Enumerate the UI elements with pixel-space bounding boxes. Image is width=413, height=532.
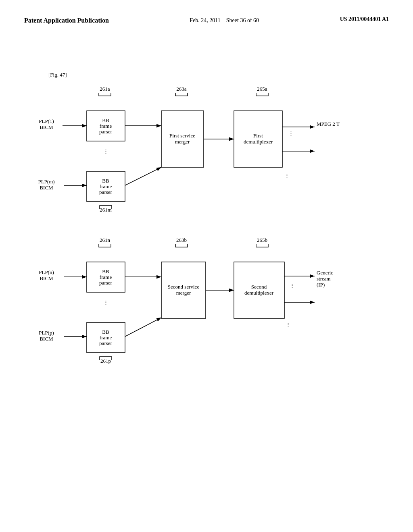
publication-date-sheet: Feb. 24, 2011 Sheet 36 of 60: [190, 16, 259, 25]
page-header: Patent Application Publication Feb. 24, …: [0, 0, 413, 25]
dots-demux2-right: ⋮: [290, 283, 295, 289]
bicmn-label: BICM: [40, 275, 53, 281]
bracket-265b: [256, 244, 268, 247]
box-bb-parser-n-text3: parser: [99, 280, 112, 286]
plpm-label: PLP(m): [38, 179, 54, 185]
arrow-boxp-merger2: [125, 318, 161, 337]
second-demux-text2: demultiplexer: [244, 290, 274, 296]
label-261n: 261n: [100, 237, 111, 243]
box-bb-parser-n-text2: frame: [100, 274, 112, 280]
diagram-area: [Fig. 47] 261a 263a 265a PLP(1) BICM BB …: [24, 64, 389, 509]
dots-right-top: ⋮: [284, 172, 290, 179]
box-bb-parser-p-text1: BB: [102, 329, 109, 335]
patent-diagram: [Fig. 47] 261a 263a 265a PLP(1) BICM BB …: [24, 64, 387, 508]
box-bb-parser-n-text1: BB: [102, 268, 109, 274]
dots-right-bottom: ⋮: [286, 322, 291, 328]
bracket-261n: [99, 244, 111, 247]
dots-top-left: ⋮: [103, 148, 108, 154]
mpeg2t-label: MPEG 2 T: [317, 121, 340, 127]
second-merger-text1: Second service: [168, 284, 200, 290]
label-261m: 261m: [100, 207, 112, 213]
plp1-label: PLP(1): [39, 118, 54, 124]
generic-label2: stream: [317, 276, 331, 282]
bracket-263b: [175, 244, 188, 247]
label-265b: 265b: [257, 237, 267, 243]
plpn-label: PLP(n): [39, 269, 54, 275]
demux-text1: First: [253, 133, 263, 139]
box-bb-parser-m-text1: BB: [102, 178, 109, 184]
label-265a: 265a: [257, 86, 267, 92]
bracket-263a: [175, 93, 188, 96]
generic-label1: Generic: [317, 270, 333, 276]
publication-number: US 2011/0044401 A1: [340, 16, 389, 23]
demux-text2: demultiplexer: [244, 139, 273, 145]
label-261a: 261a: [100, 86, 110, 92]
box-bb-parser-1-text3: parser: [99, 129, 112, 135]
dots-demux-right: ⋮: [288, 130, 294, 136]
box-bb-parser-p-text2: frame: [100, 335, 112, 341]
dots-bottom-left: ⋮: [103, 299, 108, 305]
box-bb-parser-1-text1: BB: [102, 117, 109, 123]
label-263a: 263a: [176, 86, 187, 92]
figure-label: [Fig. 47]: [48, 72, 67, 78]
label-261p: 261p: [100, 358, 111, 364]
box-bb-parser-m-text3: parser: [99, 189, 112, 195]
arrow-boxm-merger: [125, 167, 161, 185]
merger-text2: merger: [175, 139, 190, 145]
bracket-265a: [256, 93, 268, 96]
bicmm-label: BICM: [40, 185, 53, 191]
box-bb-parser-m-text2: frame: [100, 183, 112, 189]
bicm1-label: BICM: [40, 124, 53, 130]
merger-text1: First service: [169, 133, 195, 139]
publication-title: Patent Application Publication: [24, 16, 109, 25]
plpp-label: PLP(p): [39, 330, 54, 336]
label-263b: 263b: [176, 237, 187, 243]
second-demux-text1: Second: [251, 284, 267, 290]
box-bb-parser-1-text2: frame: [100, 123, 112, 129]
page: Patent Application Publication Feb. 24, …: [0, 0, 413, 532]
bicmp-label: BICM: [40, 336, 53, 342]
box-bb-parser-p-text3: parser: [99, 340, 112, 346]
generic-label3: (IP): [317, 282, 325, 288]
second-merger-text2: merger: [176, 290, 191, 296]
bracket-261a: [99, 93, 111, 96]
